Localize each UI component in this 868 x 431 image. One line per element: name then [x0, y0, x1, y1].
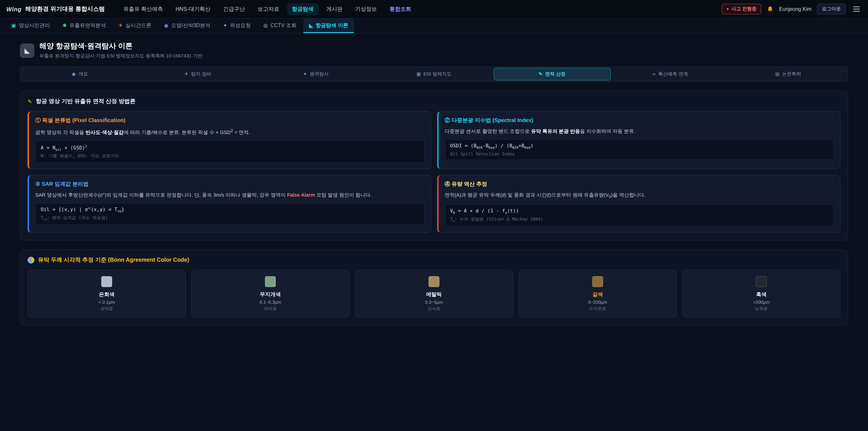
method-card-title: ③ SAR 임계값 분리법 [35, 181, 424, 188]
incident-status-label: 사고 진행중 [732, 6, 756, 12]
methods-grid: ① 픽셀 분류법 (Pixel Classification) 광학 영상의 각… [28, 111, 840, 233]
main-content: ◣ 해양 항공탐색·원격탐사 이론 유출유 원격탐지·항공감시 기법·ESI 방… [0, 41, 868, 325]
subtab-label: 영상사진관리 [19, 22, 50, 29]
swatch-range: 5~200μm [524, 300, 672, 304]
nav-item-hns-diffusion[interactable]: HNS·대기확산 [170, 3, 215, 15]
method-card-volume-inversion: ④ 유량 역산 추정 면적(A)과 평균 유막 두께(d) 및 풍화 경과 시간… [437, 175, 840, 233]
bonn-grid: 은회색 < 0.1μm 광택층 무지개색 0.1~0.3μm 박막층 메탈릭 0… [28, 270, 840, 317]
methodology-section-title: 항공 영상 기반 유출유 면적 산정 방법론 [36, 98, 135, 105]
color-swatch [429, 276, 439, 287]
page-header: ◣ 해양 항공탐색·원격탐사 이론 유출유 원격탐지·항공감시 기법·ESI 방… [20, 41, 848, 59]
top-nav-bar: Wing 해양환경 위기대응 통합시스템 유출유 확산예측 HNS·대기확산 긴… [0, 0, 868, 19]
theory-page-icon: ◣ [20, 43, 34, 58]
bonn-color-code-panel: 유막 두께 시각적 추정 기준 (Bonn Agreement Color Co… [20, 249, 848, 325]
formula: V0 = A × d / (1 - fe(t)) [450, 208, 828, 214]
brand: Wing 해양환경 위기대응 통합시스템 [6, 5, 105, 13]
nav-item-reports[interactable]: 보고자료 [252, 3, 284, 15]
formula: Oil = {(x,y) | σ°(x,y) < Tth} [41, 207, 419, 214]
bonn-swatch-brown: 갈색 5~200μm 두꺼운층 [519, 270, 677, 317]
bell-icon[interactable] [767, 6, 774, 12]
method-card-sar-threshold: ③ SAR 임계값 분리법 SAR 영상에서 후방산란계수(σ°)의 임계값 이… [28, 175, 431, 233]
swatch-caption: 금속층 [360, 306, 508, 312]
tab-label: ESI 방제지도 [424, 71, 452, 77]
tab-esi-map[interactable]: ▦ ESI 방제지도 [375, 68, 493, 81]
subtab-label: CCTV 조회 [270, 22, 296, 29]
sub-nav-bar: ▣ 영상사진관리 ✱ 유출유면적분석 ✈ 실시간드론 ◉ 오염/선박3D분석 ✦… [0, 19, 868, 33]
swatch-caption: 박막층 [196, 306, 344, 312]
swatch-range: >200μm [687, 300, 835, 304]
cctv-icon: ◎ [264, 23, 268, 28]
bonn-section-title: 유막 두께 시각적 추정 기준 (Bonn Agreement Color Co… [38, 256, 189, 264]
subtab-realtime-drone[interactable]: ✈ 실시간드론 [113, 19, 157, 33]
nav-item-spill-prediction[interactable]: 유출유 확산예측 [119, 3, 168, 15]
nav-item-emergency-rescue[interactable]: 긴급구난 [218, 3, 250, 15]
bonn-swatch-silver-gray: 은회색 < 0.1μm 광택층 [28, 270, 186, 317]
main-nav: 유출유 확산예측 HNS·대기확산 긴급구난 보고자료 항공탐색 게시판 기상정… [119, 3, 416, 15]
method-card-body: 다중분광 센서로 촬영한 밴드 조합으로 유막 특유의 분광 반응을 지수화하여… [445, 127, 834, 135]
method-card-body: 면적(A)과 평균 유막 두께(d) 및 풍화 경과 시간(t)으로부터 원래 … [445, 191, 834, 200]
bonn-section-header: 유막 두께 시각적 추정 기준 (Bonn Agreement Color Co… [28, 256, 840, 264]
analysis-icon: ✱ [63, 23, 67, 28]
app-title: 해양환경 위기대응 통합시스템 [25, 5, 105, 13]
method-card-body: SAR 영상에서 후방산란계수(σ°)의 임계값 이하를 유막으로 판정합니다.… [35, 191, 424, 199]
formula: A = Noil × (GSD)2 [41, 144, 419, 151]
logout-button[interactable]: 로그아웃 [817, 4, 846, 14]
subtab-label: 위성요청 [230, 22, 251, 29]
bonn-swatch-black: 흑색 >200μm 농축층 [682, 270, 840, 317]
incident-status-badge[interactable]: ● 사고 진행중 [721, 4, 762, 14]
tab-overview[interactable]: ◉ 개요 [21, 68, 138, 81]
equipment-icon: ✈ [184, 72, 188, 76]
subtab-satellite-request[interactable]: ✦ 위성요청 [217, 19, 256, 33]
subtab-label: 실시간드론 [125, 22, 151, 29]
tab-papers-patents[interactable]: ▤ 논문특허 [730, 68, 847, 81]
swatch-name: 은회색 [33, 291, 181, 298]
method-card-spectral-index: ② 다중분광 지수법 (Spectral Index) 다중분광 센서로 촬영한… [437, 111, 840, 169]
subtab-image-management[interactable]: ▣ 영상사진관리 [5, 19, 56, 33]
app-logo: Wing [6, 6, 22, 12]
tab-label: 확산예측 연계 [658, 71, 688, 77]
palette-icon [28, 256, 34, 263]
method-card-title: ④ 유량 역산 추정 [445, 181, 834, 188]
nav-item-board[interactable]: 게시판 [321, 3, 347, 15]
color-swatch [265, 276, 276, 287]
swatch-range: < 0.1μm [33, 300, 181, 304]
theory-icon: ◣ [309, 23, 313, 28]
subtab-label: 항공탐색 이론 [315, 22, 348, 29]
drone-icon: ✈ [119, 23, 123, 28]
hamburger-icon[interactable] [851, 4, 862, 13]
swatch-name: 흑색 [687, 291, 835, 298]
remote-sensing-icon: ✦ [303, 72, 307, 76]
nav-item-aerial-search[interactable]: 항공탐색 [287, 3, 318, 15]
tab-detection-equipment[interactable]: ✈ 탐지 장비 [139, 68, 256, 81]
subtab-cctv-view[interactable]: ◎ CCTV 조회 [257, 19, 302, 33]
page-subtitle: 유출유 원격탐지·항공감시 기법·ESI 방제정보지도·등록특허 10-1567… [39, 53, 202, 59]
swatch-range: 0.3~5μm [360, 300, 508, 304]
pencil-icon: ✎ [28, 99, 32, 104]
subtab-label: 오염/선박3D분석 [171, 22, 211, 29]
tab-area-calculation[interactable]: ✎ 면적 산정 [493, 68, 611, 81]
formula-block: V0 = A × d / (1 - fe(t)) fe: 누적 증발분 (Sti… [445, 204, 834, 226]
overview-icon: ◉ [72, 72, 75, 76]
nav-item-weather[interactable]: 기상정보 [350, 3, 382, 15]
tab-diffusion-link[interactable]: ∞ 확산예측 연계 [612, 68, 728, 81]
diffusion-link-icon: ∞ [652, 72, 655, 76]
formula-note: Oil Spill Detection Index [450, 151, 828, 156]
theory-tab-bar: ◉ 개요 ✈ 탐지 장비 ✦ 원격탐사 ▦ ESI 방제지도 ✎ 면적 산정 ∞… [20, 66, 848, 82]
formula-block: A = Noil × (GSD)2 N: 기름 픽셀수, GSD: 지상 표본거… [35, 140, 424, 163]
method-card-title: ② 다중분광 지수법 (Spectral Index) [445, 117, 834, 124]
method-card-body: 광학 영상의 각 픽셀을 반사도·색상·질감에 따라 기름/해수로 분류. 분류… [35, 127, 424, 136]
tab-label: 탐지 장비 [191, 71, 211, 77]
area-calc-icon: ✎ [539, 72, 542, 76]
subtab-area-analysis[interactable]: ✱ 유출유면적분석 [57, 19, 112, 33]
ship-3d-icon: ◉ [164, 23, 168, 28]
method-card-pixel-classification: ① 픽셀 분류법 (Pixel Classification) 광학 영상의 각… [28, 111, 431, 169]
tab-label: 면적 산정 [545, 71, 565, 77]
image-icon: ▣ [11, 23, 16, 28]
nav-item-integrated-search[interactable]: 통합조회 [384, 3, 416, 15]
formula-note: N: 기름 픽셀수, GSD: 지상 표본거리 [41, 153, 419, 159]
papers-icon: ▤ [775, 72, 779, 76]
subtab-aerial-theory[interactable]: ◣ 항공탐색 이론 [303, 19, 354, 33]
area-methodology-panel: ✎ 항공 영상 기반 유출유 면적 산정 방법론 ① 픽셀 분류법 (Pixel… [20, 91, 848, 240]
tab-remote-sensing[interactable]: ✦ 원격탐사 [257, 68, 375, 81]
subtab-ship-3d-analysis[interactable]: ◉ 오염/선박3D분석 [158, 19, 216, 33]
